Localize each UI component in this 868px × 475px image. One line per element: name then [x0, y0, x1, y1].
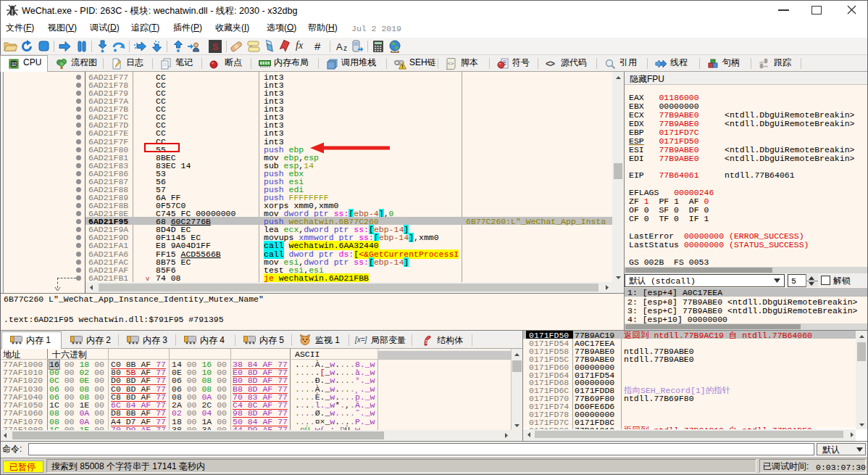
svg-text:<>: <>: [448, 61, 454, 67]
svg-text:!: !: [401, 64, 403, 69]
svg-text:32: 32: [11, 62, 17, 67]
